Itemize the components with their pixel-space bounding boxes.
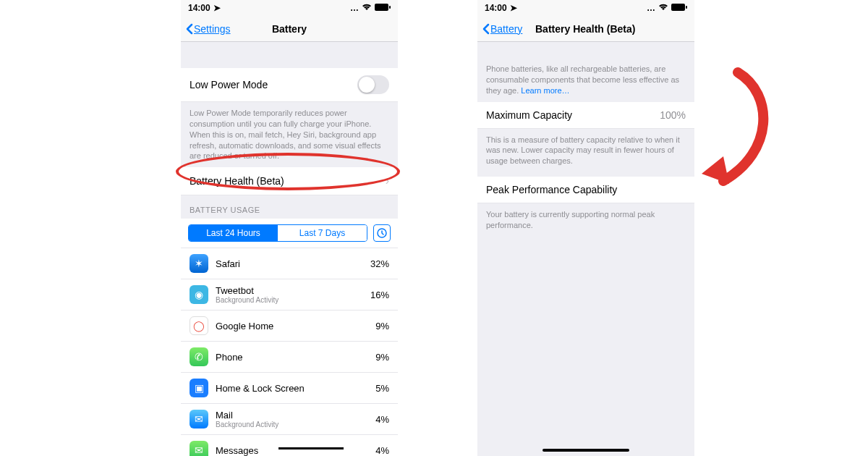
low-power-mode-row[interactable]: Low Power Mode	[181, 68, 398, 102]
annotation-redaction-bar	[278, 447, 344, 449]
nav-bar: Battery Battery Health (Beta)	[477, 16, 694, 42]
app-sublabel: Background Activity	[216, 296, 363, 304]
usage-row[interactable]: ✆Phone9%	[181, 342, 398, 373]
app-name: Google Home	[216, 321, 368, 332]
low-power-mode-label: Low Power Mode	[190, 79, 268, 90]
battery-icon	[375, 3, 391, 13]
app-percentage: 32%	[370, 258, 389, 269]
maximum-capacity-label: Maximum Capacity	[486, 109, 572, 121]
app-sublabel: Background Activity	[216, 421, 368, 428]
page-title: Battery Health (Beta)	[535, 23, 635, 35]
app-icon: ◉	[190, 285, 208, 304]
low-power-mode-description: Low Power Mode temporarily reduces power…	[181, 102, 398, 167]
peak-performance-description: Your battery is currently supporting nor…	[477, 203, 694, 237]
intro-text: Phone batteries, like all rechargeable b…	[477, 42, 694, 102]
chevron-left-icon	[482, 23, 490, 35]
back-label: Battery	[490, 23, 522, 35]
app-icon: ◯	[190, 316, 208, 335]
back-button[interactable]: Battery	[482, 23, 522, 35]
battery-health-row[interactable]: Battery Health (Beta) ›	[181, 167, 398, 195]
app-icon: ✉	[190, 410, 208, 428]
usage-row[interactable]: ▣Home & Lock Screen5%	[181, 373, 398, 404]
app-percentage: 9%	[375, 352, 389, 363]
wifi-icon	[362, 3, 372, 13]
phone-battery-settings: 14:00 ➤ … Settings Battery Low Power Mod…	[181, 0, 398, 456]
app-name: Tweetbot	[216, 285, 363, 296]
annotation-arrow	[694, 65, 781, 195]
app-icon: ✉	[190, 441, 208, 456]
battery-icon	[671, 3, 687, 13]
app-text: Phone	[216, 352, 368, 363]
app-name: Messages	[216, 445, 368, 456]
usage-row[interactable]: ◯Google Home9%	[181, 311, 398, 342]
app-name: Safari	[216, 258, 363, 269]
app-text: Home & Lock Screen	[216, 383, 368, 394]
time-range-segmented[interactable]: Last 24 Hours Last 7 Days	[188, 224, 367, 242]
chevron-right-icon: ›	[386, 174, 389, 187]
cellular-dots-icon: …	[350, 3, 359, 13]
app-text: Google Home	[216, 321, 368, 332]
app-text: Messages	[216, 445, 368, 456]
app-text: Safari	[216, 258, 363, 269]
segment-last-24-hours[interactable]: Last 24 Hours	[189, 225, 278, 241]
usage-list: ✶Safari32%◉TweetbotBackground Activity16…	[181, 248, 398, 456]
clock-icon	[377, 228, 387, 238]
phone-battery-health: 14:00 ➤ … Battery Battery Health (Beta) …	[477, 0, 694, 456]
usage-row[interactable]: ◉TweetbotBackground Activity16%	[181, 279, 398, 311]
low-power-mode-toggle[interactable]	[357, 75, 389, 94]
peak-performance-row: Peak Performance Capability	[477, 177, 694, 203]
location-icon: ➤	[510, 3, 517, 13]
page-title: Battery	[272, 23, 307, 35]
back-label: Settings	[194, 23, 231, 35]
chevron-left-icon	[185, 23, 194, 35]
battery-health-label: Battery Health (Beta)	[190, 175, 284, 187]
status-bar: 14:00 ➤ …	[181, 0, 398, 16]
maximum-capacity-value: 100%	[660, 109, 686, 121]
app-name: Phone	[216, 352, 368, 363]
peak-performance-label: Peak Performance Capability	[486, 184, 617, 195]
usage-row[interactable]: ✉MailBackground Activity4%	[181, 404, 398, 435]
learn-more-link[interactable]: Learn more…	[521, 86, 569, 95]
status-time: 14:00	[485, 3, 507, 13]
app-text: TweetbotBackground Activity	[216, 285, 363, 304]
status-bar: 14:00 ➤ …	[477, 0, 694, 16]
maximum-capacity-row: Maximum Capacity 100%	[477, 102, 694, 129]
svg-rect-0	[375, 4, 388, 11]
segment-last-7-days[interactable]: Last 7 Days	[278, 225, 367, 241]
svg-rect-4	[686, 6, 687, 9]
back-button[interactable]: Settings	[185, 23, 231, 35]
app-percentage: 5%	[375, 383, 389, 394]
home-indicator	[542, 449, 629, 452]
cellular-dots-icon: …	[647, 3, 655, 13]
wifi-icon	[658, 3, 668, 13]
segmented-row: Last 24 Hours Last 7 Days	[181, 219, 398, 248]
app-percentage: 16%	[370, 290, 389, 300]
app-percentage: 4%	[375, 445, 389, 456]
intro-body: Phone batteries, like all rechargeable b…	[486, 64, 679, 95]
clock-button[interactable]	[373, 224, 391, 242]
app-icon: ✶	[190, 254, 208, 273]
spacer	[181, 42, 398, 68]
status-time: 14:00	[188, 3, 210, 13]
app-icon: ✆	[190, 347, 208, 366]
svg-rect-3	[671, 4, 685, 11]
app-text: MailBackground Activity	[216, 410, 368, 428]
usage-row[interactable]: ✉Messages4%	[181, 435, 398, 456]
maximum-capacity-description: This is a measure of battery capacity re…	[477, 129, 694, 173]
app-name: Mail	[216, 410, 368, 421]
usage-row[interactable]: ✶Safari32%	[181, 248, 398, 279]
app-percentage: 9%	[375, 321, 389, 332]
svg-rect-1	[389, 6, 391, 9]
app-icon: ▣	[190, 379, 208, 397]
battery-usage-header: BATTERY USAGE	[181, 195, 398, 219]
nav-bar: Settings Battery	[181, 16, 398, 42]
app-percentage: 4%	[375, 414, 389, 425]
location-icon: ➤	[213, 3, 221, 13]
app-name: Home & Lock Screen	[216, 383, 368, 394]
